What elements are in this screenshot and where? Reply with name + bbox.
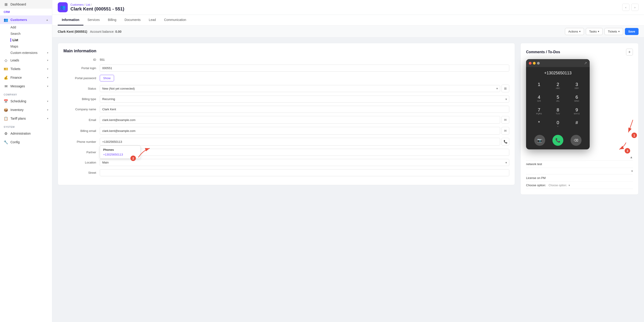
finance-chevron: ▾ xyxy=(47,76,48,79)
nav-prev-button[interactable]: ‹ xyxy=(622,4,630,11)
phone-input[interactable] xyxy=(100,138,500,146)
company-section-label: COMPANY xyxy=(0,91,52,97)
sidebar-item-custom-extensions[interactable]: Custom extensions ▾ xyxy=(10,50,52,56)
sidebar-item-config[interactable]: 🔧 Config xyxy=(0,138,52,146)
phone-icon[interactable]: 📞 xyxy=(502,138,509,146)
comment-option-chevron[interactable]: ▾ xyxy=(568,184,570,187)
dialer-number-display: +13025650113 xyxy=(526,67,590,78)
form-row-billing-type: Billing type Recurring xyxy=(64,96,509,103)
sidebar-item-dashboard[interactable]: ⊞ Dashboard xyxy=(0,0,52,9)
dialer-expand-dot xyxy=(537,62,540,65)
tickets-icon: 🎫 xyxy=(4,67,8,71)
dialer-expand-icon[interactable]: ↗ xyxy=(584,61,587,65)
account-balance-label: Account balance: 0.00 xyxy=(90,30,122,34)
breadcrumb-customers[interactable]: Customers xyxy=(70,3,84,6)
dialer-key-2[interactable]: 2ABC xyxy=(548,80,567,92)
status-addon-icon[interactable]: ⊞ xyxy=(502,85,509,92)
street-input[interactable] xyxy=(100,169,509,176)
sidebar-item-tariff[interactable]: 📋 Tariff plans ▾ xyxy=(0,114,52,123)
main-info-section: Main information ID 551 Portal login Por… xyxy=(58,43,515,195)
dialer-key-6[interactable]: 6MNO xyxy=(568,92,586,105)
dashboard-icon: ⊞ xyxy=(4,2,8,7)
sidebar-item-administration[interactable]: ⚙ Administration xyxy=(0,129,52,138)
billing-email-icon[interactable]: ✉ xyxy=(502,127,509,135)
form-row-company-name: Company name xyxy=(64,106,509,113)
dialer-titlebar: ↗ xyxy=(526,59,590,67)
billing-type-select[interactable]: Recurring xyxy=(100,96,509,103)
comment-text-2: License on PM xyxy=(526,176,546,180)
email-input[interactable] xyxy=(100,116,500,124)
config-icon: 🔧 xyxy=(4,140,8,144)
tab-documents[interactable]: Documents xyxy=(120,15,145,26)
show-password-button[interactable]: Show xyxy=(100,75,114,81)
save-button[interactable]: Save xyxy=(625,28,638,35)
tickets-button[interactable]: Tickets xyxy=(604,28,623,35)
tab-services[interactable]: Services xyxy=(84,15,104,26)
sidebar-item-maps[interactable]: Maps xyxy=(10,43,52,50)
comment-text-1: network test xyxy=(526,162,542,166)
comments-header: Comments / To-Dos + xyxy=(526,49,633,56)
add-comment-button[interactable]: + xyxy=(626,49,633,56)
sidebar-item-messages[interactable]: ✉ Messages ▾ xyxy=(0,82,52,91)
scheduling-chevron: ▾ xyxy=(47,100,48,103)
form-row-status: Status New (Not yet connected) ⊞ xyxy=(64,85,509,92)
tab-lead[interactable]: Lead xyxy=(145,15,160,26)
dialer-video-button[interactable]: 📷 xyxy=(534,135,545,146)
breadcrumb-list[interactable]: List xyxy=(86,3,90,6)
custom-ext-chevron: ▾ xyxy=(47,51,48,54)
sidebar-item-inventory[interactable]: 📦 Inventory ▾ xyxy=(0,106,52,114)
sidebar-item-add[interactable]: Add xyxy=(10,24,52,31)
leads-icon: ◇ xyxy=(4,58,8,63)
dialer-backspace-button[interactable]: ⌫ xyxy=(570,135,582,146)
sidebar-item-tickets[interactable]: 🎫 Tickets ▾ xyxy=(0,65,52,73)
dialer-container: ↗ +13025650113 1 2ABC 3DEF 4GHI 5JKL 6MN… xyxy=(526,59,633,149)
sidebar-item-leads[interactable]: ◇ Leads ▾ xyxy=(0,56,52,65)
phone-label: Phone number xyxy=(64,140,100,144)
form-row-street: Street xyxy=(64,169,509,176)
dialer-key-star[interactable]: * xyxy=(530,118,548,130)
dialer-minimize-dot xyxy=(533,62,536,65)
comments-toggle-icon[interactable]: ▲ xyxy=(630,155,633,159)
dialer-key-9[interactable]: 9WXYZ xyxy=(568,105,586,118)
dialer-actions: 📷 📞 ⌫ xyxy=(526,133,590,149)
dialer-key-3[interactable]: 3DEF xyxy=(568,80,586,92)
partner-label: Partner xyxy=(64,151,100,154)
billing-email-input[interactable] xyxy=(100,127,500,135)
comments-list: ▲ network test ▾ License on PM Choose op xyxy=(526,154,633,189)
sidebar-item-list[interactable]: List xyxy=(10,37,52,43)
comment-item-2: License on PM xyxy=(526,174,633,182)
comment-toggle-2[interactable]: ▾ xyxy=(631,169,633,173)
dialer-key-8[interactable]: 8TUV xyxy=(548,105,567,118)
portal-login-input[interactable] xyxy=(100,65,509,72)
page-header-icon: 👥 xyxy=(58,2,68,12)
partner-input[interactable] xyxy=(100,149,509,156)
dialer-key-5[interactable]: 5JKL xyxy=(548,92,567,105)
tab-communication[interactable]: Communication xyxy=(160,15,190,26)
dialer-key-1[interactable]: 1 xyxy=(530,80,548,92)
sidebar-item-search[interactable]: Search xyxy=(10,31,52,37)
actions-button[interactable]: Actions xyxy=(565,28,584,35)
location-select[interactable]: Main xyxy=(100,159,509,166)
page-header-title: Customers / List / Clark Kent (000551 - … xyxy=(70,3,124,12)
action-bar: Clark Kent (000551) Account balance: 0.0… xyxy=(52,26,644,38)
email-icon[interactable]: ✉ xyxy=(502,116,509,124)
sidebar-item-scheduling[interactable]: 📅 Scheduling ▾ xyxy=(0,97,52,106)
email-field-group: ✉ xyxy=(100,116,509,124)
tasks-button[interactable]: Tasks xyxy=(586,28,603,35)
dialer-key-4[interactable]: 4GHI xyxy=(530,92,548,105)
dialer-key-7[interactable]: 7PQRS xyxy=(530,105,548,118)
nav-next-button[interactable]: › xyxy=(631,4,638,11)
company-name-input[interactable] xyxy=(100,106,509,113)
action-buttons-group: Actions Tasks Tickets Save xyxy=(565,28,638,35)
sidebar-item-customers[interactable]: 👥 Customers ▲ xyxy=(0,16,52,24)
customers-submenu: Add Search List Maps Custom extensions ▾ xyxy=(0,24,52,56)
dialer-call-button[interactable]: 📞 xyxy=(552,135,563,146)
tab-billing[interactable]: Billing xyxy=(104,15,120,26)
status-select[interactable]: New (Not yet connected) xyxy=(100,85,500,92)
dialer-key-0[interactable]: 0+ xyxy=(548,118,567,130)
email-label: Email xyxy=(64,118,100,122)
dialer-key-hash[interactable]: # xyxy=(568,118,586,130)
header-nav-buttons: ‹ › xyxy=(622,4,638,11)
tab-information[interactable]: Information xyxy=(58,15,84,26)
sidebar-item-finance[interactable]: 💰 Finance ▾ xyxy=(0,73,52,82)
